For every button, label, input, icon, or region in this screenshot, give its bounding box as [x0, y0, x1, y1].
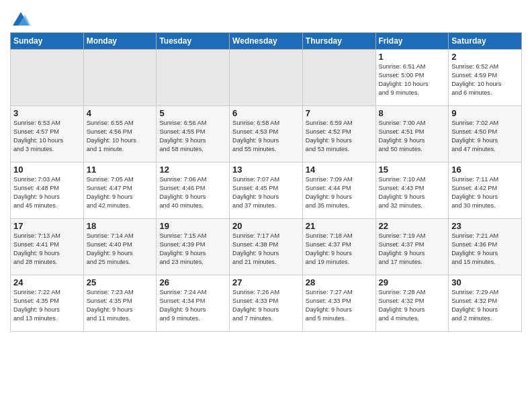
- calendar-cell: [157, 50, 230, 106]
- page: SundayMondayTuesdayWednesdayThursdayFrid…: [0, 0, 532, 338]
- day-number: 10: [13, 165, 81, 175]
- day-detail: Sunrise: 7:15 AM Sunset: 4:39 PM Dayligh…: [159, 232, 226, 267]
- calendar-cell: 1Sunrise: 6:51 AM Sunset: 5:00 PM Daylig…: [375, 50, 449, 106]
- calendar-cell: 23Sunrise: 7:21 AM Sunset: 4:36 PM Dayli…: [449, 219, 522, 275]
- calendar-cell: [230, 50, 303, 106]
- day-number: 27: [232, 277, 300, 287]
- calendar-table: SundayMondayTuesdayWednesdayThursdayFrid…: [10, 32, 522, 332]
- weekday-header-tuesday: Tuesday: [157, 33, 230, 50]
- day-number: 7: [306, 108, 373, 118]
- week-row-1: 1Sunrise: 6:51 AM Sunset: 5:00 PM Daylig…: [11, 50, 522, 106]
- day-detail: Sunrise: 7:13 AM Sunset: 4:41 PM Dayligh…: [13, 232, 81, 267]
- day-detail: Sunrise: 7:21 AM Sunset: 4:36 PM Dayligh…: [451, 232, 519, 267]
- day-number: 1: [379, 52, 446, 62]
- day-detail: Sunrise: 7:23 AM Sunset: 4:35 PM Dayligh…: [87, 288, 154, 323]
- day-number: 18: [87, 221, 154, 231]
- day-number: 4: [87, 108, 154, 118]
- day-detail: Sunrise: 7:11 AM Sunset: 4:42 PM Dayligh…: [451, 175, 519, 210]
- logo-icon: [10, 9, 32, 28]
- calendar-cell: 29Sunrise: 7:28 AM Sunset: 4:32 PM Dayli…: [375, 275, 449, 332]
- day-number: 30: [451, 277, 519, 287]
- calendar-cell: 10Sunrise: 7:03 AM Sunset: 4:48 PM Dayli…: [11, 163, 84, 219]
- day-number: 9: [451, 108, 519, 118]
- day-detail: Sunrise: 7:06 AM Sunset: 4:46 PM Dayligh…: [159, 175, 226, 210]
- day-number: 22: [379, 221, 446, 231]
- day-detail: Sunrise: 7:03 AM Sunset: 4:48 PM Dayligh…: [13, 175, 81, 210]
- calendar-cell: 12Sunrise: 7:06 AM Sunset: 4:46 PM Dayli…: [157, 163, 230, 219]
- calendar-cell: 3Sunrise: 6:53 AM Sunset: 4:57 PM Daylig…: [11, 106, 84, 163]
- day-number: 20: [232, 221, 300, 231]
- day-detail: Sunrise: 7:07 AM Sunset: 4:45 PM Dayligh…: [232, 175, 300, 210]
- calendar-cell: 8Sunrise: 7:00 AM Sunset: 4:51 PM Daylig…: [375, 106, 449, 163]
- week-row-5: 24Sunrise: 7:22 AM Sunset: 4:35 PM Dayli…: [11, 275, 522, 332]
- day-detail: Sunrise: 7:00 AM Sunset: 4:51 PM Dayligh…: [379, 119, 446, 154]
- calendar-cell: 16Sunrise: 7:11 AM Sunset: 4:42 PM Dayli…: [449, 163, 522, 219]
- day-detail: Sunrise: 7:18 AM Sunset: 4:37 PM Dayligh…: [306, 232, 373, 267]
- calendar-cell: [83, 50, 157, 106]
- day-detail: Sunrise: 7:26 AM Sunset: 4:33 PM Dayligh…: [232, 288, 300, 323]
- calendar-cell: 24Sunrise: 7:22 AM Sunset: 4:35 PM Dayli…: [11, 275, 84, 332]
- calendar-cell: [302, 50, 375, 106]
- logo: [10, 9, 34, 28]
- day-number: 8: [379, 108, 446, 118]
- week-row-2: 3Sunrise: 6:53 AM Sunset: 4:57 PM Daylig…: [11, 106, 522, 163]
- day-number: 16: [451, 165, 519, 175]
- calendar-cell: 7Sunrise: 6:59 AM Sunset: 4:52 PM Daylig…: [302, 106, 375, 163]
- calendar-cell: 19Sunrise: 7:15 AM Sunset: 4:39 PM Dayli…: [157, 219, 230, 275]
- day-detail: Sunrise: 7:10 AM Sunset: 4:43 PM Dayligh…: [379, 175, 446, 210]
- calendar-cell: 6Sunrise: 6:58 AM Sunset: 4:53 PM Daylig…: [230, 106, 303, 163]
- weekday-header-saturday: Saturday: [449, 33, 522, 50]
- day-number: 26: [159, 277, 226, 287]
- day-detail: Sunrise: 7:27 AM Sunset: 4:33 PM Dayligh…: [306, 288, 373, 323]
- day-detail: Sunrise: 6:56 AM Sunset: 4:55 PM Dayligh…: [159, 119, 226, 154]
- day-number: 13: [232, 165, 300, 175]
- day-number: 17: [13, 221, 81, 231]
- weekday-header-monday: Monday: [83, 33, 157, 50]
- calendar-cell: 2Sunrise: 6:52 AM Sunset: 4:59 PM Daylig…: [449, 50, 522, 106]
- calendar-cell: 21Sunrise: 7:18 AM Sunset: 4:37 PM Dayli…: [302, 219, 375, 275]
- calendar-cell: 26Sunrise: 7:24 AM Sunset: 4:34 PM Dayli…: [157, 275, 230, 332]
- day-number: 19: [159, 221, 226, 231]
- calendar-cell: 15Sunrise: 7:10 AM Sunset: 4:43 PM Dayli…: [375, 163, 449, 219]
- day-detail: Sunrise: 7:02 AM Sunset: 4:50 PM Dayligh…: [451, 119, 519, 154]
- day-number: 24: [13, 277, 81, 287]
- day-number: 28: [306, 277, 373, 287]
- day-detail: Sunrise: 6:51 AM Sunset: 5:00 PM Dayligh…: [379, 62, 446, 97]
- day-detail: Sunrise: 7:09 AM Sunset: 4:44 PM Dayligh…: [306, 175, 373, 210]
- day-detail: Sunrise: 6:59 AM Sunset: 4:52 PM Dayligh…: [306, 119, 373, 154]
- week-row-4: 17Sunrise: 7:13 AM Sunset: 4:41 PM Dayli…: [11, 219, 522, 275]
- calendar-cell: 5Sunrise: 6:56 AM Sunset: 4:55 PM Daylig…: [157, 106, 230, 163]
- day-detail: Sunrise: 6:58 AM Sunset: 4:53 PM Dayligh…: [232, 119, 300, 154]
- day-detail: Sunrise: 6:52 AM Sunset: 4:59 PM Dayligh…: [451, 62, 519, 97]
- day-number: 6: [232, 108, 300, 118]
- day-number: 23: [451, 221, 519, 231]
- day-number: 14: [306, 165, 373, 175]
- day-number: 29: [379, 277, 446, 287]
- day-detail: Sunrise: 7:17 AM Sunset: 4:38 PM Dayligh…: [232, 232, 300, 267]
- weekday-header-friday: Friday: [375, 33, 449, 50]
- calendar-cell: 18Sunrise: 7:14 AM Sunset: 4:40 PM Dayli…: [83, 219, 157, 275]
- day-number: 2: [451, 52, 519, 62]
- calendar-cell: 22Sunrise: 7:19 AM Sunset: 4:37 PM Dayli…: [375, 219, 449, 275]
- calendar-cell: 9Sunrise: 7:02 AM Sunset: 4:50 PM Daylig…: [449, 106, 522, 163]
- calendar-cell: 25Sunrise: 7:23 AM Sunset: 4:35 PM Dayli…: [83, 275, 157, 332]
- day-detail: Sunrise: 7:05 AM Sunset: 4:47 PM Dayligh…: [87, 175, 154, 210]
- day-detail: Sunrise: 7:29 AM Sunset: 4:32 PM Dayligh…: [451, 288, 519, 323]
- day-detail: Sunrise: 6:53 AM Sunset: 4:57 PM Dayligh…: [13, 119, 81, 154]
- day-detail: Sunrise: 7:22 AM Sunset: 4:35 PM Dayligh…: [13, 288, 81, 323]
- day-number: 15: [379, 165, 446, 175]
- calendar-cell: 14Sunrise: 7:09 AM Sunset: 4:44 PM Dayli…: [302, 163, 375, 219]
- day-number: 11: [87, 165, 154, 175]
- day-number: 12: [159, 165, 226, 175]
- week-row-3: 10Sunrise: 7:03 AM Sunset: 4:48 PM Dayli…: [11, 163, 522, 219]
- day-number: 3: [13, 108, 81, 118]
- calendar-cell: 30Sunrise: 7:29 AM Sunset: 4:32 PM Dayli…: [449, 275, 522, 332]
- day-number: 25: [87, 277, 154, 287]
- calendar-cell: [11, 50, 84, 106]
- day-detail: Sunrise: 7:19 AM Sunset: 4:37 PM Dayligh…: [379, 232, 446, 267]
- calendar-cell: 11Sunrise: 7:05 AM Sunset: 4:47 PM Dayli…: [83, 163, 157, 219]
- calendar-cell: 4Sunrise: 6:55 AM Sunset: 4:56 PM Daylig…: [83, 106, 157, 163]
- day-detail: Sunrise: 7:28 AM Sunset: 4:32 PM Dayligh…: [379, 288, 446, 323]
- calendar-cell: 27Sunrise: 7:26 AM Sunset: 4:33 PM Dayli…: [230, 275, 303, 332]
- calendar-cell: 28Sunrise: 7:27 AM Sunset: 4:33 PM Dayli…: [302, 275, 375, 332]
